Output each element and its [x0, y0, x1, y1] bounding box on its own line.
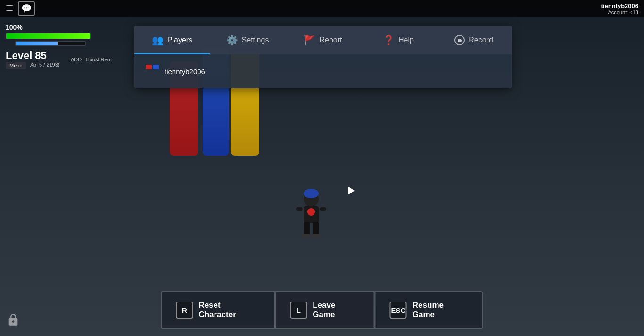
xp-display: Xp: 5 / 2193!: [30, 62, 59, 69]
svg-rect-5: [313, 222, 319, 236]
svg-rect-4: [304, 222, 310, 236]
player-row[interactable]: tienntyb2006: [138, 58, 508, 84]
record-icon: ●: [454, 35, 465, 45]
level-sub: Menu Xp: 5 / 2193!: [6, 62, 91, 69]
hud-topleft: 100% Level 85 Menu Xp: 5 / 2193!: [6, 24, 91, 69]
add-label[interactable]: ADD: [71, 57, 82, 62]
leave-game-button[interactable]: L Leave Game: [275, 291, 375, 329]
svg-rect-7: [312, 234, 321, 238]
reset-character-button[interactable]: R Reset Character: [161, 291, 275, 329]
account-display: Account: <13: [601, 9, 638, 15]
flag-blue: [153, 65, 159, 69]
reset-character-label: Reset Character: [198, 301, 260, 319]
settings-icon: ⚙️: [226, 34, 238, 46]
tab-record-label: Record: [469, 36, 493, 44]
health-percent: 100%: [6, 24, 91, 31]
report-icon: 🚩: [304, 34, 315, 46]
player-avatar: [146, 65, 159, 78]
bottom-buttons: R Reset Character L Leave Game ESC Resum…: [161, 291, 483, 329]
cursor: [348, 186, 355, 195]
tab-report[interactable]: 🚩 Report: [285, 26, 361, 54]
svg-point-1: [304, 189, 319, 198]
resume-game-label: Resume Game: [413, 301, 468, 319]
character-figure: [292, 187, 330, 244]
reset-key-badge: R: [176, 302, 193, 319]
tab-help[interactable]: ❓ Help: [361, 26, 436, 54]
top-bar-left: ☰ 💬: [6, 1, 35, 16]
username-display: tienntyb2006: [601, 2, 638, 9]
boost-text: ADD Boost Rem: [71, 57, 112, 62]
lock-icon[interactable]: [7, 313, 20, 327]
leave-key-badge: L: [290, 302, 307, 319]
panel-content-players: tienntyb2006: [134, 54, 512, 88]
svg-point-3: [307, 208, 315, 216]
menu-panel: 👥 Players ⚙️ Settings 🚩 Report ❓ Help ● …: [134, 26, 512, 88]
menu-button[interactable]: Menu: [6, 62, 26, 69]
tab-help-label: Help: [398, 36, 414, 44]
hamburger-icon[interactable]: ☰: [6, 3, 13, 14]
resume-game-button[interactable]: ESC Resume Game: [375, 291, 483, 329]
help-icon: ❓: [383, 34, 395, 46]
resume-key-badge: ESC: [390, 302, 407, 319]
players-icon: 👥: [152, 34, 164, 46]
tab-report-label: Report: [319, 36, 342, 44]
tab-settings-label: Settings: [242, 36, 269, 44]
svg-rect-9: [320, 207, 326, 211]
flag-red: [146, 65, 152, 69]
svg-rect-8: [296, 207, 303, 211]
leave-game-label: Leave Game: [313, 301, 360, 319]
user-info: tienntyb2006 Account: <13: [601, 2, 638, 15]
health-bar-container: [6, 33, 91, 39]
mana-bar-container: [15, 41, 86, 46]
chat-icon[interactable]: 💬: [18, 1, 35, 16]
avatar-flags: [146, 65, 159, 69]
top-bar: ☰ 💬 tienntyb2006 Account: <13: [0, 0, 644, 17]
mana-bar: [16, 42, 58, 45]
tab-bar: 👥 Players ⚙️ Settings 🚩 Report ❓ Help ● …: [134, 26, 512, 54]
tab-players[interactable]: 👥 Players: [134, 26, 210, 54]
tab-settings[interactable]: ⚙️ Settings: [210, 26, 285, 54]
health-bar: [6, 33, 90, 39]
player-name: tienntyb2006: [165, 67, 205, 76]
tab-players-label: Players: [167, 36, 192, 44]
boost-label: Boost Rem: [86, 57, 111, 62]
svg-rect-6: [302, 234, 310, 238]
tab-record[interactable]: ● Record: [436, 26, 512, 54]
